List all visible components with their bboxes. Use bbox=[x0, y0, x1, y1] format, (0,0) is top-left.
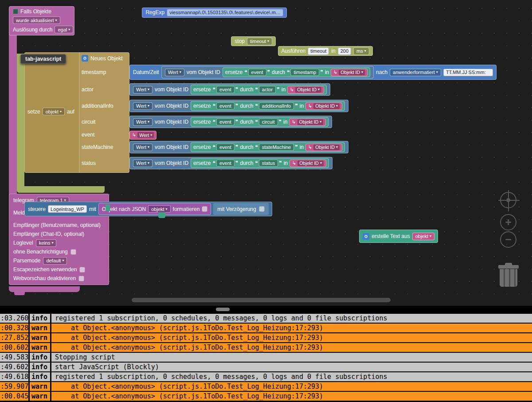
log-row[interactable]: :27.852warn at Object.<anonymous> (scrip… bbox=[0, 333, 532, 342]
wert-vom-objekt-block[interactable]: Wert▾vom Objekt IDersetze❝event❞durch❝ti… bbox=[161, 66, 374, 78]
blockly-workspace[interactable]: Falls Objekte wurde aktualisiert▾ Auslös… bbox=[0, 0, 532, 306]
log-row[interactable]: :00.328warn at Object.<anonymous> (scrip… bbox=[0, 324, 532, 332]
ersetze-block[interactable]: ersetze❝event❞durch❝actor❞in↳Objekt ID▾ bbox=[191, 85, 327, 94]
telegram-row-dropdown[interactable]: default▾ bbox=[43, 257, 67, 265]
objekt-id-dropdown[interactable]: Objekt ID▾ bbox=[339, 70, 365, 75]
replace-field[interactable]: ❝additionalInfo❞ bbox=[255, 102, 297, 109]
delay-ms-field[interactable]: 200 bbox=[338, 47, 351, 55]
block-help-icon[interactable] bbox=[13, 9, 18, 14]
replace-field[interactable]: ❝timestamp❞ bbox=[287, 69, 323, 76]
search-field[interactable]: ❝event❞ bbox=[212, 102, 238, 109]
log-message: registered 1 subscription, 0 schedules, … bbox=[51, 372, 532, 381]
format-pattern-field[interactable]: TT.MM.JJ SS:mm: bbox=[443, 69, 493, 76]
search-field[interactable]: ❝event❞ bbox=[212, 118, 238, 125]
tab-javascript-label[interactable]: tab-javascript bbox=[20, 54, 66, 64]
telegram-checkbox[interactable] bbox=[79, 267, 85, 273]
steuere-label: steuere bbox=[28, 206, 46, 212]
zoom-in-button[interactable]: + bbox=[500, 214, 516, 230]
text-var-dropdown[interactable]: objekt▾ bbox=[412, 233, 434, 240]
wert-dropdown[interactable]: Wert▾ bbox=[133, 102, 153, 110]
ersetze-block[interactable]: ersetze❝event❞durch❝status❞in↳Objekt ID▾ bbox=[191, 158, 329, 168]
ersetze-block[interactable]: ersetze❝event❞durch❝stateMachine❞in↳Obje… bbox=[191, 142, 345, 152]
update-type-dropdown[interactable]: wurde aktualisiert▾ bbox=[13, 16, 60, 24]
objekt-id-variable[interactable]: ↳Objekt ID▾ bbox=[305, 144, 342, 151]
wert-vom-objekt-block[interactable]: Wert▾vom Objekt IDersetze❝event❞durch❝ac… bbox=[129, 83, 330, 96]
delay-label: mit Verzögerung bbox=[217, 206, 256, 212]
create-text-block[interactable]: ⚙ erstelle Text aus objekt▾ bbox=[359, 230, 438, 243]
replace-field[interactable]: ❝actor❞ bbox=[255, 86, 279, 93]
formatieren-checkbox[interactable] bbox=[202, 206, 207, 212]
search-field[interactable]: ❝event❞ bbox=[212, 144, 238, 151]
ersetze-block[interactable]: ersetze❝event❞durch❝timestamp❞in↳Objekt … bbox=[223, 67, 370, 77]
setze-label: setze bbox=[27, 109, 40, 115]
objekt-id-dropdown[interactable]: Objekt ID▾ bbox=[295, 87, 321, 93]
wert-vom-objekt-block[interactable]: Wert▾vom Objekt IDersetze❝event❞durch❝ad… bbox=[129, 100, 348, 112]
log-row[interactable]: :03.260inforegistered 1 subscription, 0 … bbox=[0, 314, 532, 323]
telegram-checkbox[interactable] bbox=[78, 276, 84, 281]
unit-dropdown[interactable]: ms▾ bbox=[353, 47, 369, 55]
variable-block[interactable]: ↳Wert▾ bbox=[129, 131, 156, 140]
stop-name-dropdown[interactable]: timeout▾ bbox=[247, 38, 272, 45]
mutator-gear-icon[interactable]: ⚙ bbox=[363, 233, 369, 240]
wert-vom-objekt-block[interactable]: Wert▾vom Objekt IDersetze❝event❞durch❝st… bbox=[129, 141, 348, 153]
log-panel[interactable]: :03.260inforegistered 1 subscription, 0 … bbox=[0, 313, 532, 402]
objekt-id-dropdown[interactable]: Objekt ID▾ bbox=[297, 160, 324, 166]
execute-block[interactable]: Ausführen timeout in 200 ms▾ bbox=[278, 46, 373, 56]
delay-checkbox[interactable] bbox=[259, 206, 265, 212]
objekt-id-variable[interactable]: ↳Objekt ID▾ bbox=[331, 69, 368, 76]
objekt-id-variable[interactable]: ↳Objekt ID▾ bbox=[287, 86, 324, 94]
replace-field[interactable]: ❝stateMachine❞ bbox=[255, 144, 297, 151]
ersetze-block[interactable]: ersetze❝event❞durch❝additionalInfo❞in↳Ob… bbox=[191, 101, 345, 111]
log-row[interactable]: :00.045warn at Object.<anonymous> (scrip… bbox=[0, 392, 532, 401]
telegram-checkbox[interactable] bbox=[70, 249, 76, 255]
search-field[interactable]: ❝event❞ bbox=[212, 160, 238, 167]
log-row[interactable]: :00.602warn at Object.<anonymous> (scrip… bbox=[0, 343, 532, 352]
objekt-id-dropdown[interactable]: Objekt ID▾ bbox=[313, 144, 340, 150]
timeout-name-field[interactable]: timeout bbox=[308, 47, 329, 55]
mutator-gear-icon[interactable]: ⚙ bbox=[82, 55, 88, 62]
object-to-json-block[interactable]: Objekt nach JSON objekt▾ formatieren bbox=[98, 203, 211, 215]
chevron-down-icon: ▾ bbox=[318, 88, 320, 91]
log-row[interactable]: :49.602infostart JavaScript (Blockly) bbox=[0, 363, 532, 371]
divider-handle[interactable] bbox=[216, 308, 230, 311]
log-row[interactable]: :49.618inforegistered 1 subscription, 0 … bbox=[0, 372, 532, 381]
regexp-input[interactable]: viessmannapi\.0\.1503135\.0\.features\.d… bbox=[167, 9, 283, 16]
objekt-id-variable[interactable]: ↳Objekt ID▾ bbox=[305, 102, 342, 110]
telegram-row-dropdown[interactable]: keins▾ bbox=[36, 239, 57, 247]
objekt-id-variable[interactable]: ↳Objekt ID▾ bbox=[289, 160, 326, 167]
objekt-id-variable[interactable]: ↳Objekt ID▾ bbox=[289, 118, 326, 126]
search-field[interactable]: ❝event❞ bbox=[244, 69, 270, 76]
trash-lid-icon bbox=[498, 265, 519, 269]
zoom-out-button[interactable]: − bbox=[500, 231, 516, 248]
wert-dropdown[interactable]: Wert▾ bbox=[165, 69, 184, 76]
wert-vom-objekt-block[interactable]: Wert▾vom Objekt IDersetze❝event❞durch❝st… bbox=[129, 157, 332, 169]
trigger-cause-dropdown[interactable]: egal▾ bbox=[55, 26, 73, 33]
format-dropdown[interactable]: anwenderformatiert▾ bbox=[390, 69, 441, 76]
replace-field[interactable]: ❝circuit❞ bbox=[255, 118, 282, 125]
wert-dropdown[interactable]: Wert▾ bbox=[133, 160, 153, 167]
zoom-reset-button[interactable] bbox=[500, 192, 516, 208]
log-severity: warn bbox=[30, 324, 50, 332]
wert-dropdown[interactable]: Wert▾ bbox=[133, 86, 153, 94]
search-field[interactable]: ❝event❞ bbox=[212, 86, 238, 93]
objekt-id-dropdown[interactable]: Objekt ID▾ bbox=[297, 119, 324, 125]
steuere-block[interactable]: steuere Logeintrag_WP mit Objekt nach JS… bbox=[24, 202, 272, 216]
target-state-field[interactable]: Logeintrag_WP bbox=[48, 205, 87, 213]
ersetze-block[interactable]: ersetze❝event❞durch❝circuit❞in↳Objekt ID… bbox=[191, 117, 329, 127]
wert-vom-objekt-block[interactable]: Wert▾vom Objekt IDersetze❝event❞durch❝ci… bbox=[129, 116, 332, 128]
trigger-block[interactable]: Falls Objekte wurde aktualisiert▾ Auslös… bbox=[9, 6, 74, 35]
json-var-dropdown[interactable]: objekt▾ bbox=[148, 205, 170, 213]
trash-body-icon[interactable] bbox=[500, 269, 517, 287]
replace-field[interactable]: ❝status❞ bbox=[255, 160, 282, 167]
log-row[interactable]: :59.907warn at Object.<anonymous> (scrip… bbox=[0, 382, 532, 391]
horizontal-scrollbar[interactable] bbox=[132, 298, 391, 302]
regexp-block[interactable]: RegExp viessmannapi\.0\.1503135\.0\.feat… bbox=[142, 8, 286, 18]
setze-var-dropdown[interactable]: objekt▾ bbox=[43, 108, 65, 115]
objekt-id-dropdown[interactable]: Objekt ID▾ bbox=[313, 103, 340, 109]
wert-dropdown[interactable]: Wert▾ bbox=[133, 118, 153, 126]
log-row[interactable]: :49.583infoStopping script bbox=[0, 353, 532, 362]
wert-dropdown[interactable]: Wert▾ bbox=[133, 144, 153, 151]
stop-block[interactable]: stop timeout▾ bbox=[231, 36, 276, 46]
variable-dropdown[interactable]: Wert▾ bbox=[137, 132, 154, 138]
datum-zeit-block[interactable]: Datum/ZeitWert▾vom Objekt IDersetze❝even… bbox=[129, 65, 497, 80]
